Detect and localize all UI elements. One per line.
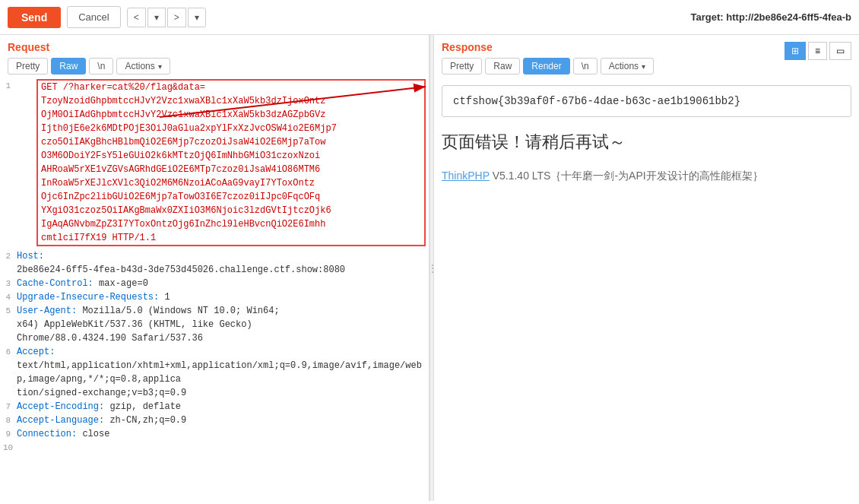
request-line-5: 5 User-Agent: Mozilla/5.0 (Windows NT 10…: [0, 304, 429, 345]
thinkphp-description: V5.1.40 LTS｛十年磨一剑-为API开发设计的高性能框架｝: [490, 170, 763, 182]
ctf-value-box: ctfshow{3b39af0f-67b6-4dae-b63c-ae1b1906…: [442, 85, 851, 117]
response-panel: Response Pretty Raw Render \n Actions ▾ …: [434, 35, 859, 501]
response-content-area[interactable]: ctfshow{3b39af0f-67b6-4dae-b63c-ae1b1906…: [434, 79, 859, 501]
actions-label: Actions: [125, 61, 154, 71]
request-panel-title: Request: [0, 35, 429, 56]
request-line-1: 1 GET /?harker=cat%20/flag&data= TzoyNzo…: [0, 79, 429, 249]
main-area: Request Pretty Raw \n Actions ▾: [0, 35, 859, 501]
tab-response-n[interactable]: \n: [573, 58, 597, 74]
tab-request-pretty[interactable]: Pretty: [8, 58, 48, 74]
request-line-8: 8 Accept-Language: zh-CN,zh;q=0.9: [0, 414, 429, 427]
request-line-7: 7 Accept-Encoding: gzip, deflate: [0, 400, 429, 414]
tab-response-render[interactable]: Render: [523, 58, 569, 74]
tab-response-actions[interactable]: Actions ▾: [601, 58, 654, 74]
highlighted-request-block: GET /?harker=cat%20/flag&data= TzoyNzoid…: [36, 79, 426, 246]
nav-prev-button[interactable]: <: [127, 8, 146, 27]
request-line-10: 10: [0, 441, 429, 455]
tab-response-raw[interactable]: Raw: [485, 58, 520, 74]
response-actions-label: Actions: [609, 61, 639, 71]
request-code-area[interactable]: 1 GET /?harker=cat%20/flag&data= TzoyNzo…: [0, 79, 429, 501]
tab-response-pretty[interactable]: Pretty: [442, 58, 482, 74]
nav-prev-arrow-button[interactable]: ▾: [147, 8, 166, 27]
view-split-button[interactable]: ⊞: [785, 42, 806, 60]
target-label: Target: http://2be86e24-6ff5-4fea-b: [691, 11, 851, 23]
thinkphp-link[interactable]: ThinkPHP: [442, 170, 490, 182]
request-panel: Request Pretty Raw \n Actions ▾: [0, 35, 430, 501]
ctf-value: ctfshow{3b39af0f-67b6-4dae-b63c-ae1b1906…: [453, 95, 740, 107]
actions-chevron-icon: ▾: [158, 62, 162, 71]
toolbar: Send Cancel < ▾ > ▾ Target: http://2be86…: [0, 0, 859, 35]
request-tab-bar: Pretty Raw \n Actions ▾: [0, 56, 429, 79]
request-line-2: 2 Host: 2be86e24-6ff5-4fea-b43d-3de753d4…: [0, 249, 429, 277]
tab-request-raw[interactable]: Raw: [51, 58, 86, 74]
nav-next-button[interactable]: >: [167, 8, 186, 27]
thinkphp-info: ThinkPHP V5.1.40 LTS｛十年磨一剑-为API开发设计的高性能框…: [434, 161, 859, 190]
cancel-button[interactable]: Cancel: [67, 6, 120, 28]
request-line-9: 9 Connection: close: [0, 427, 429, 441]
response-actions-chevron-icon: ▾: [642, 62, 645, 71]
nav-buttons: < ▾ > ▾: [127, 8, 206, 27]
view-toggle: ⊞ ≡ ▭: [785, 42, 851, 60]
tab-request-actions[interactable]: Actions ▾: [116, 58, 170, 74]
error-message: 页面错误！请稍后再试～: [434, 123, 859, 161]
tab-request-n[interactable]: \n: [89, 58, 113, 74]
view-single-button[interactable]: ≡: [808, 42, 827, 60]
send-button[interactable]: Send: [8, 7, 61, 28]
request-line-4: 4 Upgrade-Insecure-Requests: 1: [0, 290, 429, 304]
view-full-button[interactable]: ▭: [829, 42, 851, 60]
nav-next-arrow-button[interactable]: ▾: [188, 8, 206, 27]
request-line-3: 3 Cache-Control: max-age=0: [0, 277, 429, 290]
request-line-6: 6 Accept: text/html,application/xhtml+xm…: [0, 345, 429, 400]
